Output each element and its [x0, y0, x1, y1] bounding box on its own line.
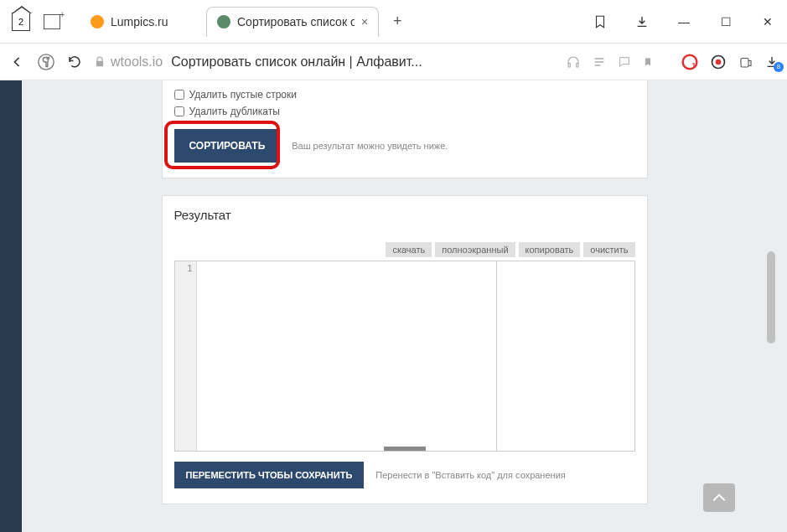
remove-empty-checkbox[interactable]: Удалить пустые строки	[174, 89, 635, 101]
svg-rect-5	[741, 58, 748, 67]
titlebar: 2 Lumpics.ru Сортировать список он × + —…	[0, 0, 787, 44]
scrollbar-thumb[interactable]	[767, 251, 775, 343]
sort-button[interactable]: СОРТИРОВАТЬ	[174, 129, 281, 163]
svg-text:1: 1	[692, 60, 696, 69]
url-box[interactable]: wtools.io Сортировать список онлайн | Ал…	[94, 54, 422, 70]
checkbox-label: Удалить пустые строки	[189, 89, 297, 101]
extensions-icon[interactable]	[738, 54, 753, 70]
chevron-up-icon	[712, 493, 726, 502]
editor-divider	[496, 261, 497, 451]
sort-hint: Ваш результат можно увидеть ниже.	[292, 141, 448, 151]
editor-body[interactable]	[197, 261, 634, 451]
result-editor[interactable]: 1	[174, 261, 635, 452]
download-button[interactable]: скачать	[386, 242, 432, 257]
bookmark-icon[interactable]	[588, 9, 613, 34]
new-window-icon[interactable]	[44, 14, 60, 29]
main-area: Удалить пустые строки Удалить дубликаты …	[22, 80, 787, 532]
home-icon[interactable]: 2	[12, 13, 30, 31]
scroll-top-button[interactable]	[703, 483, 735, 512]
checkbox-input[interactable]	[174, 106, 184, 116]
save-hint: Перенести в "Вставить код" для сохранени…	[375, 470, 565, 480]
bookmark-small-icon[interactable]	[643, 55, 653, 69]
back-button[interactable]	[8, 54, 25, 70]
yandex-icon[interactable]	[37, 53, 55, 71]
svg-point-4	[716, 59, 722, 65]
checkbox-input[interactable]	[174, 90, 184, 100]
content: Удалить пустые строки Удалить дубликаты …	[0, 80, 787, 532]
comment-icon[interactable]	[618, 55, 631, 69]
result-toolbar: скачать полноэкранный копировать очистит…	[174, 242, 635, 257]
close-button[interactable]: ✕	[755, 9, 780, 34]
fullscreen-button[interactable]: полноэкранный	[435, 242, 515, 257]
circle-ext-icon[interactable]	[710, 54, 727, 70]
tab-title: Сортировать список он	[237, 15, 355, 28]
maximize-button[interactable]: ☐	[713, 9, 738, 34]
headphones-icon[interactable]	[566, 54, 581, 70]
url-domain: wtools.io	[111, 54, 163, 70]
options-card: Удалить пустые строки Удалить дубликаты …	[162, 80, 648, 178]
minimize-button[interactable]: —	[671, 9, 696, 34]
favicon-icon	[91, 15, 104, 28]
favicon-icon	[217, 15, 230, 28]
lock-icon	[94, 56, 106, 68]
save-button[interactable]: ПЕРЕМЕСТИТЬ ЧТОБЫ СОХРАНИТЬ	[174, 462, 365, 488]
result-heading: Результат	[174, 208, 635, 222]
checkbox-label: Удалить дубликаты	[189, 106, 280, 117]
addressbar: wtools.io Сортировать список онлайн | Ал…	[0, 44, 787, 80]
reload-button[interactable]	[67, 54, 82, 70]
result-card: Результат скачать полноэкранный копирова…	[162, 195, 648, 504]
resize-handle[interactable]	[384, 447, 426, 451]
copy-button[interactable]: копировать	[519, 242, 581, 257]
clear-button[interactable]: очистить	[583, 242, 634, 257]
add-tab-button[interactable]: +	[386, 10, 409, 34]
downloads-indicator-icon[interactable]: 8	[765, 55, 779, 69]
download-icon[interactable]	[629, 9, 655, 34]
tab-inactive[interactable]: Lumpics.ru	[80, 7, 206, 37]
tab-active[interactable]: Сортировать список он ×	[206, 7, 379, 37]
url-title: Сортировать список онлайн | Алфавит...	[171, 54, 422, 70]
reader-icon[interactable]	[593, 55, 606, 69]
tab-title: Lumpics.ru	[111, 15, 168, 28]
opera-ext-icon[interactable]: 1	[681, 54, 698, 70]
remove-dupes-checkbox[interactable]: Удалить дубликаты	[174, 106, 635, 117]
line-gutter: 1	[175, 261, 197, 451]
page-sidebar	[0, 80, 22, 532]
close-icon[interactable]: ×	[355, 15, 368, 28]
